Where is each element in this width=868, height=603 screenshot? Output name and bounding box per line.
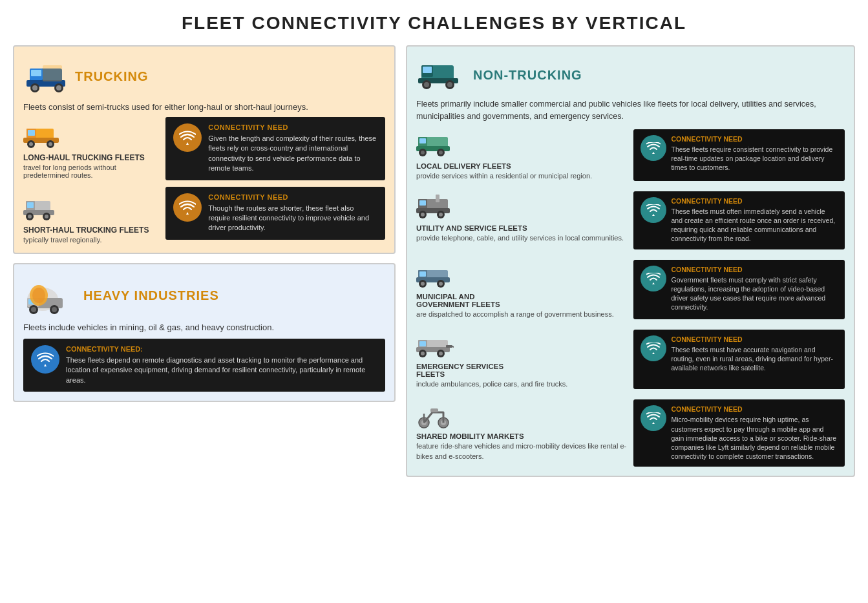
- svg-rect-19: [27, 202, 34, 208]
- utility-fleet: UTILITY AND SERVICE FLEETS provide telep…: [416, 191, 628, 249]
- svg-point-30: [32, 288, 45, 303]
- svg-point-16: [48, 142, 52, 146]
- svg-point-73: [421, 352, 425, 355]
- trucking-header-icon: [23, 56, 75, 97]
- svg-point-67: [439, 282, 443, 286]
- emergency-name: EMERGENCY SERVICESFLEETS: [416, 363, 628, 378]
- non-trucking-intro: Fleets primarily include smaller commerc…: [416, 98, 845, 123]
- svg-rect-8: [43, 65, 62, 81]
- svg-point-42: [447, 82, 452, 87]
- utility-name: UTILITY AND SERVICE FLEETS: [416, 224, 628, 232]
- svg-point-56: [421, 213, 425, 217]
- nt-conn-title-3: CONNECTIVITY NEED: [672, 266, 838, 273]
- wifi-icon-nt-3: [640, 266, 666, 291]
- svg-rect-37: [423, 67, 432, 73]
- shared-mobility-fleet: SHARED MOBILITY MARKETS feature ride-sha…: [416, 399, 628, 467]
- heavy-conn-text: These fleets depend on remote diagnostic…: [66, 355, 377, 385]
- svg-point-22: [28, 215, 32, 218]
- svg-rect-45: [419, 138, 426, 143]
- svg-rect-76: [446, 345, 452, 348]
- local-delivery-fleet: LOCAL DELIVERY FLEETS provide services w…: [416, 129, 628, 181]
- emergency-desc: include ambulances, police cars, and fir…: [416, 379, 628, 389]
- svg-rect-53: [419, 200, 426, 206]
- short-haul-name: SHORT-HAUL TRUCKING FLEETS: [23, 226, 158, 235]
- nt-conn-card-1: CONNECTIVITY NEED These fleets require c…: [633, 129, 845, 181]
- government-name: MUNICIPAL ANDGOVERNMENT FLEETS: [416, 293, 628, 308]
- svg-rect-11: [28, 130, 35, 136]
- trucking-intro: Fleets consist of semi-trucks used for e…: [23, 102, 385, 112]
- trucking-section: TRUCKING Fleets consist of semi-trucks u…: [13, 45, 396, 254]
- shared-mobility-desc: feature ride-share vehicles and micro-mo…: [416, 441, 628, 461]
- non-trucking-header-icon: [416, 56, 468, 94]
- svg-point-50: [439, 151, 443, 154]
- long-haul-icon: [23, 117, 65, 151]
- svg-point-75: [439, 352, 443, 355]
- trucking-title: TRUCKING: [75, 69, 149, 84]
- emergency-icon: [416, 330, 454, 359]
- heavy-header-icon: [23, 273, 78, 317]
- wifi-icon-nt-2: [640, 197, 666, 223]
- short-haul-fleet-type: SHORT-HAUL TRUCKING FLEETS typically tra…: [23, 192, 158, 244]
- trucking-conn-text-2: Though the routes are shorter, these fle…: [208, 204, 377, 233]
- nt-conn-text-3: Government fleets must comply with stric…: [672, 275, 838, 312]
- non-trucking-title: NON-TRUCKING: [473, 68, 582, 83]
- nt-conn-title-4: CONNECTIVITY NEED: [672, 335, 838, 343]
- trucking-conn-title-1: CONNECTIVITY NEED: [208, 123, 377, 131]
- emergency-fleet: EMERGENCY SERVICESFLEETS include ambulan…: [416, 330, 628, 389]
- svg-point-5: [32, 85, 37, 90]
- short-haul-desc: typically travel regionally.: [23, 236, 158, 244]
- short-haul-icon: [23, 192, 61, 223]
- nt-conn-card-2: CONNECTIVITY NEED These fleets must ofte…: [633, 191, 845, 249]
- svg-point-40: [424, 82, 429, 87]
- government-desc: are dispatched to accomplish a range of …: [416, 310, 628, 319]
- heavy-conn-title: CONNECTIVITY NEED:: [66, 345, 377, 353]
- trucking-conn-card-2: CONNECTIVITY NEED Though the routes are …: [165, 187, 385, 240]
- svg-rect-70: [419, 341, 426, 346]
- utility-desc: provide telephone, cable, and utility se…: [416, 233, 628, 243]
- non-trucking-section: NON-TRUCKING Fleets primarily include sm…: [406, 45, 855, 477]
- wifi-icon-nt-4: [640, 335, 666, 361]
- heavy-section: HEAVY INDUSTRIES Fleets include vehicles…: [13, 263, 396, 402]
- long-haul-name: LONG-HAUL TRUCKING FLEETS: [23, 153, 158, 162]
- utility-icon: [416, 191, 454, 221]
- svg-rect-62: [419, 271, 426, 277]
- svg-point-7: [56, 85, 61, 90]
- long-haul-fleet-type: LONG-HAUL TRUCKING FLEETS travel for lon…: [23, 117, 158, 179]
- svg-point-65: [421, 282, 425, 286]
- svg-point-32: [31, 307, 36, 312]
- page-title: FLEET CONNECTIVITY CHALLENGES BY VERTICA…: [13, 13, 855, 34]
- svg-point-14: [29, 142, 33, 146]
- nt-conn-text-2: These fleets must often immediately send…: [672, 207, 838, 244]
- svg-rect-2: [31, 70, 41, 76]
- heavy-intro: Fleets include vehicles in mining, oil &…: [23, 323, 385, 332]
- trucking-conn-card-1: CONNECTIVITY NEED Given the length and c…: [165, 117, 385, 180]
- long-haul-desc: travel for long periods without predeter…: [23, 164, 158, 179]
- nt-conn-title-5: CONNECTIVITY NEED: [672, 405, 838, 413]
- svg-point-34: [52, 307, 57, 312]
- government-fleet: MUNICIPAL ANDGOVERNMENT FLEETS are dispa…: [416, 260, 628, 319]
- local-delivery-icon: [416, 129, 454, 159]
- nt-conn-text-4: These fleets must have accurate navigati…: [672, 345, 838, 373]
- nt-conn-text-1: These fleets require consistent connecti…: [672, 145, 838, 173]
- nt-conn-text-5: Micro-mobility devices require high upti…: [672, 415, 838, 461]
- shared-mobility-icon: [416, 399, 454, 429]
- nt-conn-title-2: CONNECTIVITY NEED: [672, 197, 838, 205]
- svg-point-48: [421, 151, 425, 154]
- wifi-icon-heavy: [31, 345, 59, 374]
- local-delivery-desc: provide services within a residential or…: [416, 171, 628, 181]
- government-icon: [416, 260, 454, 290]
- wifi-icon-nt-1: [640, 135, 666, 161]
- nt-conn-title-1: CONNECTIVITY NEED: [672, 135, 838, 143]
- wifi-icon-1: [173, 123, 202, 152]
- svg-point-58: [439, 213, 443, 217]
- trucking-conn-text-1: Given the length and complexity of their…: [208, 134, 377, 174]
- heavy-conn-card: CONNECTIVITY NEED: These fleets depend o…: [23, 339, 385, 392]
- svg-rect-59: [436, 195, 439, 202]
- nt-conn-card-4: CONNECTIVITY NEED These fleets must have…: [633, 330, 845, 389]
- shared-mobility-name: SHARED MOBILITY MARKETS: [416, 432, 628, 440]
- svg-rect-81: [430, 408, 438, 412]
- wifi-icon-2: [173, 193, 202, 222]
- nt-conn-card-5: CONNECTIVITY NEED Micro-mobility devices…: [633, 399, 845, 467]
- trucking-conn-title-2: CONNECTIVITY NEED: [208, 193, 377, 201]
- wifi-icon-nt-5: [640, 405, 666, 431]
